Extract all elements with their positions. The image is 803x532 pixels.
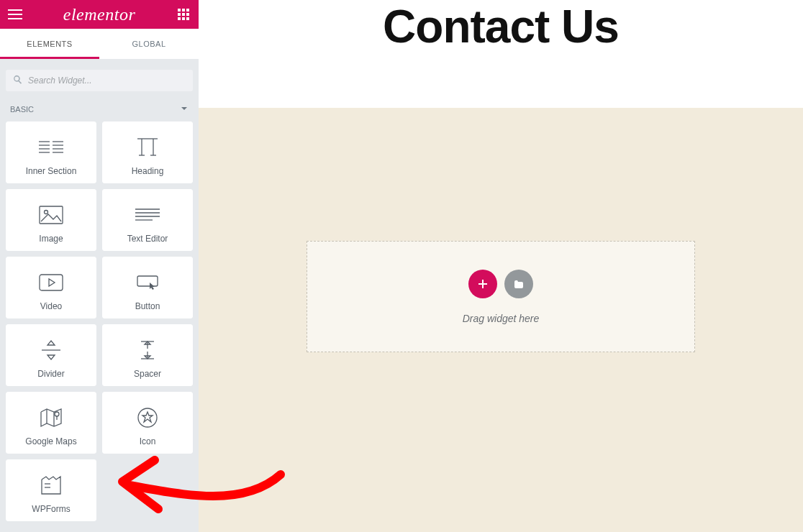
sidebar-header: elementor <box>0 0 199 29</box>
widget-image[interactable]: Image <box>6 189 96 251</box>
brand-logo: elementor <box>63 5 135 24</box>
svg-rect-1 <box>8 14 22 15</box>
widget-label: Button <box>135 301 160 311</box>
widget-label: Video <box>40 301 62 311</box>
svg-rect-10 <box>182 17 185 20</box>
add-section-button[interactable] <box>468 270 497 298</box>
widget-divider[interactable]: Divider <box>6 324 96 386</box>
svg-marker-32 <box>49 279 55 286</box>
elementor-sidebar: elementor ELEMENTS GLOBAL BASIC <box>0 0 199 532</box>
svg-rect-3 <box>178 9 181 12</box>
svg-rect-6 <box>178 13 181 16</box>
sidebar-tabs: ELEMENTS GLOBAL <box>0 29 199 59</box>
search-box[interactable] <box>6 70 193 91</box>
widget-grid: Inner Section Heading <box>0 121 199 521</box>
wpforms-icon <box>40 471 62 500</box>
content-area: Contact Us Drag widget here <box>199 0 803 532</box>
widget-wpforms[interactable]: WPForms <box>6 459 96 521</box>
svg-point-45 <box>55 412 59 416</box>
svg-rect-0 <box>8 9 22 11</box>
svg-rect-9 <box>178 17 181 20</box>
icon-icon <box>137 403 158 432</box>
dropzone-buttons <box>468 270 533 298</box>
search-input[interactable] <box>22 75 186 86</box>
tab-global[interactable]: GLOBAL <box>99 29 199 59</box>
apps-icon[interactable] <box>176 6 191 22</box>
widget-text-editor[interactable]: Text Editor <box>102 189 193 251</box>
spacer-icon <box>138 336 157 364</box>
widget-label: Divider <box>37 369 64 379</box>
widget-label: Heading <box>132 166 164 176</box>
widget-label: Icon <box>140 436 156 446</box>
widget-icon[interactable]: Icon <box>102 392 193 454</box>
widget-spacer[interactable]: Spacer <box>102 324 193 386</box>
image-icon <box>39 201 63 229</box>
widget-label: Inner Section <box>26 166 77 176</box>
svg-rect-5 <box>186 9 189 12</box>
widget-video[interactable]: Video <box>6 257 96 318</box>
search-icon <box>13 74 22 87</box>
text-editor-icon <box>135 201 160 229</box>
svg-rect-11 <box>186 17 189 20</box>
svg-rect-51 <box>478 283 487 285</box>
chevron-down-icon <box>180 104 189 114</box>
canvas[interactable]: Drag widget here <box>199 108 803 532</box>
button-icon <box>135 268 160 297</box>
widget-google-maps[interactable]: Google Maps <box>6 392 96 454</box>
widget-label: Image <box>39 234 63 244</box>
google-maps-icon <box>40 403 63 432</box>
svg-rect-8 <box>186 13 189 16</box>
svg-marker-47 <box>142 412 153 422</box>
svg-rect-31 <box>40 275 63 290</box>
svg-rect-2 <box>8 18 22 19</box>
svg-rect-33 <box>137 276 158 286</box>
dropzone[interactable]: Drag widget here <box>307 241 695 352</box>
tab-elements[interactable]: ELEMENTS <box>0 29 99 59</box>
widget-label: Spacer <box>134 369 161 379</box>
widget-button[interactable]: Button <box>102 257 193 318</box>
category-label: BASIC <box>10 105 34 114</box>
inner-section-icon <box>39 133 63 162</box>
svg-marker-34 <box>47 341 55 345</box>
search-wrap <box>0 59 199 98</box>
widget-heading[interactable]: Heading <box>102 121 193 183</box>
svg-rect-4 <box>182 9 185 12</box>
video-icon <box>39 268 63 297</box>
svg-marker-36 <box>47 355 55 359</box>
svg-rect-7 <box>182 13 185 16</box>
divider-icon <box>39 336 63 364</box>
svg-point-26 <box>45 211 48 214</box>
page-title: Contact Us <box>199 0 803 53</box>
svg-rect-25 <box>40 206 63 224</box>
widget-label: Text Editor <box>127 234 168 244</box>
add-template-button[interactable] <box>504 270 533 298</box>
widget-label: Google Maps <box>25 436 76 446</box>
heading-icon <box>135 133 160 162</box>
widget-label: WPForms <box>32 504 70 514</box>
widget-inner-section[interactable]: Inner Section <box>6 121 96 183</box>
dropzone-hint: Drag widget here <box>463 313 540 324</box>
menu-icon[interactable] <box>7 6 23 22</box>
category-basic[interactable]: BASIC <box>0 98 199 121</box>
